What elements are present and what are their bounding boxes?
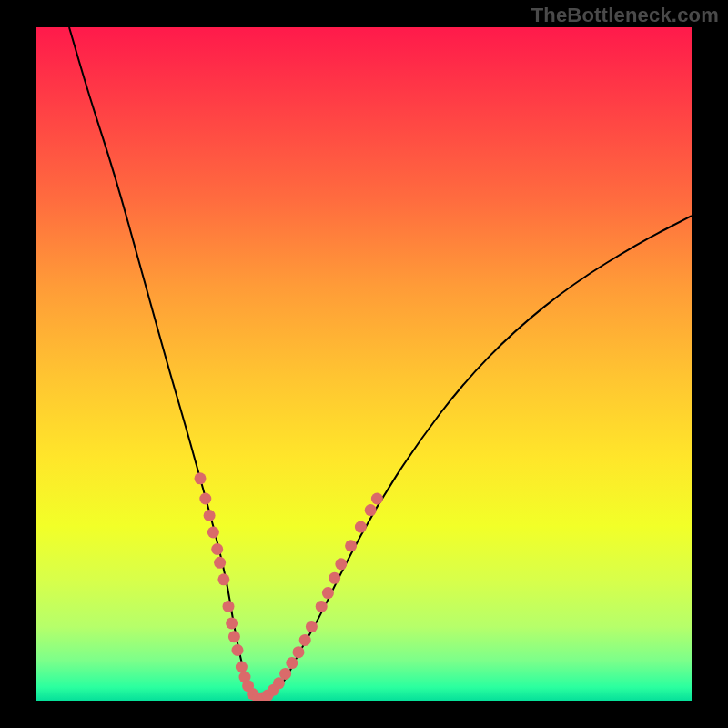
curve-marker [204, 510, 216, 521]
curve-marker [335, 558, 347, 570]
curve-marker [279, 668, 291, 680]
bottleneck-curve [69, 27, 692, 699]
curve-marker [228, 631, 240, 642]
curve-marker [214, 557, 226, 569]
curve-marker [299, 634, 311, 646]
curve-marker [345, 540, 357, 551]
curve-marker [207, 527, 219, 539]
curve-marker [199, 493, 211, 505]
curve-marker [355, 521, 367, 533]
curve-marker [306, 621, 318, 632]
watermark-label: TheBottleneck.com [531, 4, 719, 27]
chart-svg [36, 27, 692, 701]
curve-markers-group [195, 472, 383, 701]
curve-marker [232, 644, 244, 656]
curve-marker [217, 573, 229, 585]
curve-marker [286, 657, 298, 669]
plot-area [36, 27, 692, 701]
curve-marker [195, 472, 207, 484]
curve-marker [322, 587, 334, 599]
curve-marker [223, 601, 235, 612]
chart-frame: TheBottleneck.com [0, 0, 728, 728]
curve-marker [226, 617, 238, 629]
curve-marker [236, 662, 248, 673]
curve-marker [211, 543, 223, 555]
curve-marker [329, 572, 340, 584]
curve-marker [365, 504, 377, 516]
curve-marker [316, 601, 328, 612]
curve-marker [371, 493, 383, 505]
curve-marker [293, 646, 305, 658]
